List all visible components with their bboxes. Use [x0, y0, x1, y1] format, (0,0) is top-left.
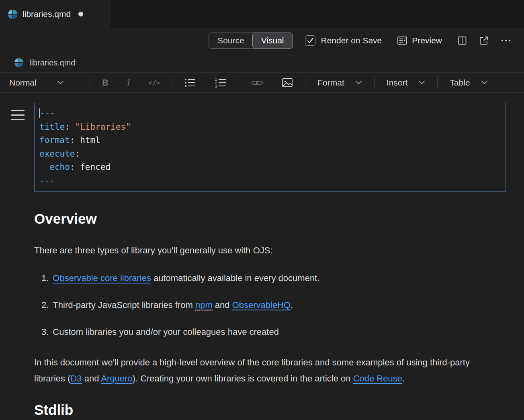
- checkbox-check-icon[interactable]: [305, 35, 315, 46]
- yaml-token: title: [39, 122, 65, 132]
- list-item: 1.Observable core libraries automaticall…: [34, 271, 500, 285]
- tab-libraries-qmd[interactable]: libraries.qmd: [0, 0, 112, 28]
- code-line[interactable]: title: "Libraries": [39, 120, 501, 134]
- breadcrumb-file-name[interactable]: libraries.qmd: [29, 58, 75, 67]
- list-item-text: Observable core libraries automatically …: [53, 271, 319, 285]
- code-line[interactable]: ---: [39, 107, 501, 120]
- yaml-token: :: [75, 149, 80, 159]
- preview-button[interactable]: Preview: [397, 36, 442, 45]
- document-body: Overview There are three types of librar…: [34, 211, 500, 418]
- yaml-token: format: [39, 135, 70, 145]
- list-item-marker: 3.: [41, 325, 49, 338]
- list-item-text: Third-party JavaScript libraries from np…: [53, 298, 293, 312]
- visual-mode-button[interactable]: Visual: [252, 33, 293, 49]
- chevron-down-icon: [481, 80, 488, 85]
- quarto-file-icon: [8, 10, 17, 19]
- code-line[interactable]: format: html: [39, 134, 501, 147]
- list-item-marker: 1.: [41, 271, 49, 285]
- link-button[interactable]: [251, 77, 263, 88]
- list-item: 3.Custom libraries you and/or your colle…: [34, 325, 500, 338]
- editor-action-bar: Source Visual Render on Save Preview: [0, 28, 524, 53]
- bullet-list-button[interactable]: [184, 77, 196, 88]
- yaml-token: echo: [39, 162, 70, 172]
- code-line[interactable]: execute:: [39, 147, 501, 161]
- bold-button[interactable]: B: [102, 77, 108, 88]
- tab-title: libraries.qmd: [23, 9, 71, 19]
- text-run: ). Creating your own libraries is covere…: [133, 373, 353, 383]
- link-arquero[interactable]: Arquero: [101, 373, 132, 383]
- quarto-file-icon: [14, 58, 23, 67]
- chevron-down-icon: [355, 80, 362, 85]
- text-run: Custom libraries you and/or your colleag…: [53, 327, 279, 337]
- code-line[interactable]: echo: fenced: [39, 161, 501, 174]
- insert-menu-label: Insert: [387, 78, 408, 88]
- list-item: 2.Third-party JavaScript libraries from …: [34, 298, 500, 312]
- visual-editor-canvas[interactable]: ---title: "Libraries"format: htmlexecute…: [0, 93, 524, 418]
- text-run: and: [213, 300, 232, 310]
- chevron-down-icon: [418, 80, 425, 85]
- link-code-reuse[interactable]: Code Reuse: [353, 373, 402, 383]
- split-editor-icon[interactable]: [457, 36, 467, 45]
- italic-button[interactable]: I: [127, 77, 130, 88]
- yaml-token: :: [70, 135, 80, 145]
- block-drag-handle-icon[interactable]: [11, 110, 25, 123]
- yaml-token: ---: [39, 176, 55, 186]
- yaml-token: html: [80, 135, 100, 145]
- link-observable-core-libraries[interactable]: Observable core libraries: [53, 273, 151, 283]
- format-menu-label: Format: [317, 78, 344, 88]
- more-actions-icon[interactable]: [501, 39, 511, 42]
- editor-mode-toggle: Source Visual: [209, 33, 293, 49]
- unsaved-changes-dot[interactable]: [78, 12, 83, 16]
- link-npm[interactable]: npm: [195, 300, 213, 311]
- link-observablehq[interactable]: ObservableHQ: [232, 300, 291, 310]
- text-run: and: [82, 373, 101, 383]
- heading-stdlib: Stdlib: [34, 402, 500, 418]
- link-d3[interactable]: D3: [70, 373, 82, 383]
- list-item-marker: 2.: [41, 298, 49, 312]
- text-run: automatically available in every documen…: [151, 273, 319, 283]
- intro-paragraph: There are three types of library you'll …: [34, 244, 500, 257]
- yaml-token: "Libraries": [75, 122, 131, 132]
- preview-icon: [397, 36, 407, 45]
- format-toolbar: Normal B I </> 1 2 3: [0, 72, 524, 93]
- table-menu[interactable]: Table: [438, 78, 499, 88]
- insert-menu[interactable]: Insert: [375, 78, 438, 88]
- open-external-icon[interactable]: [479, 36, 489, 45]
- yaml-code-lines: ---title: "Libraries"format: htmlexecute…: [39, 107, 501, 188]
- text-run: .: [291, 300, 293, 310]
- image-button[interactable]: [282, 78, 293, 88]
- yaml-token: :: [70, 162, 80, 172]
- render-on-save-label: Render on Save: [321, 36, 382, 45]
- table-menu-label: Table: [450, 78, 470, 88]
- format-menu[interactable]: Format: [305, 78, 374, 88]
- yaml-token: fenced: [80, 162, 111, 172]
- chevron-down-icon: [57, 80, 64, 85]
- block-style-value: Normal: [9, 78, 37, 88]
- text-run: .: [402, 373, 405, 383]
- editor-tab-strip: libraries.qmd: [0, 0, 524, 28]
- yaml-token: execute: [39, 149, 75, 159]
- preview-label: Preview: [412, 36, 442, 45]
- yaml-token: ---: [40, 108, 55, 118]
- list-group: 1 2 3: [172, 77, 239, 88]
- code-button[interactable]: </>: [149, 79, 160, 87]
- breadcrumb[interactable]: libraries.qmd: [0, 53, 524, 72]
- svg-text:3: 3: [215, 85, 217, 88]
- numbered-list-button[interactable]: 1 2 3: [215, 77, 227, 88]
- text-style-group: B I </>: [90, 77, 172, 88]
- heading-overview: Overview: [34, 211, 500, 227]
- render-on-save-checkbox[interactable]: Render on Save: [305, 35, 382, 46]
- yaml-token: :: [65, 122, 75, 132]
- ordered-list: 1.Observable core libraries automaticall…: [34, 271, 500, 338]
- text-run: Third-party JavaScript libraries from: [53, 300, 195, 310]
- insert-object-group: [239, 77, 305, 88]
- list-item-text: Custom libraries you and/or your colleag…: [53, 325, 279, 338]
- source-mode-button[interactable]: Source: [209, 33, 253, 48]
- code-line[interactable]: ---: [39, 174, 501, 188]
- closing-paragraph: In this document we'll provide a high-le…: [34, 355, 500, 387]
- block-style-dropdown[interactable]: Normal: [0, 78, 90, 88]
- yaml-frontmatter-block[interactable]: ---title: "Libraries"format: htmlexecute…: [34, 103, 506, 192]
